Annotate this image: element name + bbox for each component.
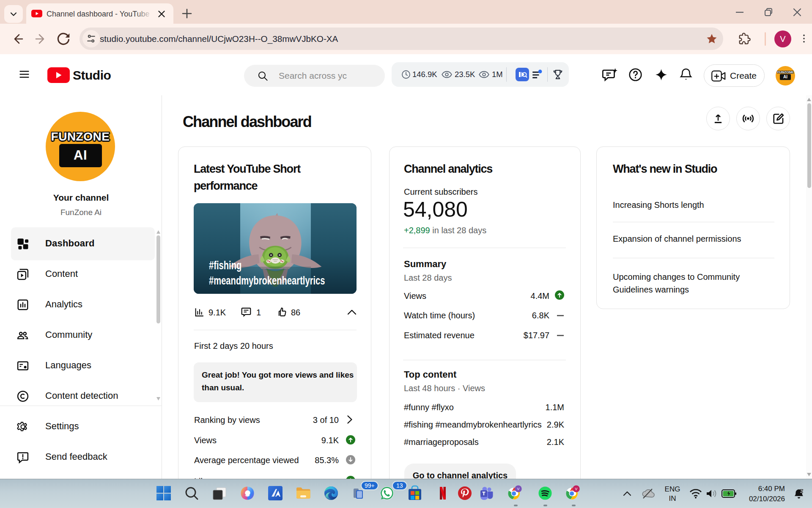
svg-text:V: V: [517, 486, 520, 491]
svg-text:V: V: [575, 486, 578, 491]
